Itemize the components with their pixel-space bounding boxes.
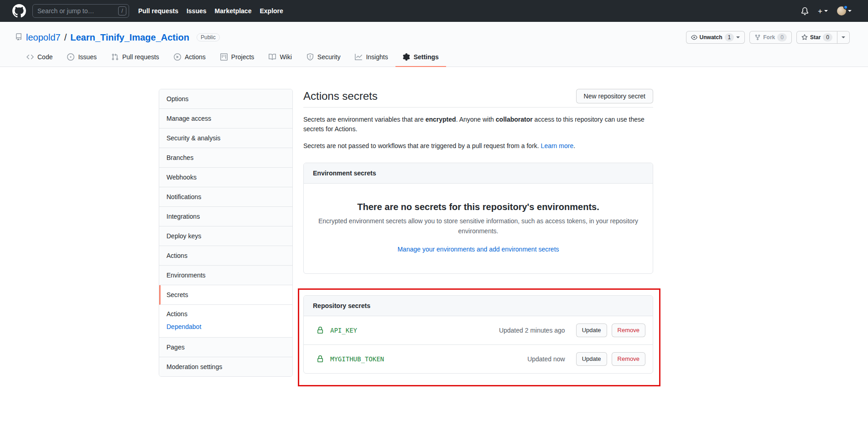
sidebar-item-security-analysis[interactable]: Security & analysis <box>159 128 292 148</box>
subnav-actions[interactable]: Actions <box>166 310 285 318</box>
avatar <box>837 6 846 15</box>
fork-count: 0 <box>777 33 787 41</box>
secret-row: API_KEY Updated 2 minutes ago Update Rem… <box>304 316 653 344</box>
fork-note-period: . <box>573 142 575 149</box>
tab-label: Issues <box>78 53 96 61</box>
settings-layout: Options Manage access Security & analysi… <box>159 89 868 377</box>
repo-name-link[interactable]: Learn_Tinify_Image_Action <box>70 32 189 43</box>
sidebar-item-deploy-keys[interactable]: Deploy keys <box>159 226 292 246</box>
fork-label: Fork <box>763 34 775 41</box>
tab-projects[interactable]: Projects <box>213 48 262 67</box>
global-nav: Pull requests Issues Marketplace Explore <box>138 7 283 15</box>
sidebar-item-branches[interactable]: Branches <box>159 148 292 168</box>
secret-name: MYGITHUB_TOKEN <box>330 355 384 363</box>
lock-icon <box>311 327 330 334</box>
update-secret-button[interactable]: Update <box>576 323 607 337</box>
remove-secret-button[interactable]: Remove <box>612 352 645 366</box>
eye-icon <box>691 34 697 41</box>
tab-label: Security <box>317 53 341 61</box>
tab-insights[interactable]: Insights <box>348 48 395 67</box>
secret-updated-timestamp: Updated now <box>527 355 565 363</box>
sidebar-item-secrets[interactable]: Secrets <box>159 285 292 305</box>
learn-more-link[interactable]: Learn more <box>541 142 574 149</box>
plus-icon: + <box>818 7 822 15</box>
slash-shortcut-key: / <box>118 6 126 15</box>
environment-secrets-blankslate: There are no secrets for this repository… <box>304 184 653 273</box>
topbar-right-controls: + <box>801 6 852 15</box>
sidebar-item-actions[interactable]: Actions <box>159 246 292 266</box>
environment-secrets-header: Environment secrets <box>304 163 653 184</box>
tab-label: Code <box>37 53 52 61</box>
secret-name: API_KEY <box>330 327 357 334</box>
breadcrumb-separator: / <box>64 32 67 43</box>
tab-issues[interactable]: Issues <box>60 48 104 67</box>
repo-owner-link[interactable]: leopold7 <box>26 32 61 43</box>
project-icon <box>220 53 228 61</box>
tab-actions[interactable]: Actions <box>166 48 213 67</box>
sidebar-item-integrations[interactable]: Integrations <box>159 207 292 226</box>
blankslate-title: There are no secrets for this repository… <box>317 202 639 212</box>
unwatch-button[interactable]: Unwatch 1 <box>686 31 745 44</box>
secret-row: MYGITHUB_TOKEN Updated now Update Remove <box>304 344 653 373</box>
nav-explore[interactable]: Explore <box>260 7 283 15</box>
notifications-button[interactable] <box>801 7 809 15</box>
tab-security[interactable]: Security <box>299 48 348 67</box>
tab-label: Pull requests <box>122 53 159 61</box>
unwatch-label: Unwatch <box>700 34 722 41</box>
book-icon <box>269 53 276 61</box>
tab-code[interactable]: Code <box>19 48 60 67</box>
tab-label: Insights <box>366 53 388 61</box>
repo-icon <box>15 32 22 43</box>
tab-pull-requests[interactable]: Pull requests <box>104 48 166 67</box>
intro-part2: . Anyone with <box>456 116 496 123</box>
fork-icon <box>754 34 761 41</box>
update-secret-button[interactable]: Update <box>576 352 607 366</box>
status-dot <box>843 5 848 10</box>
subnav-dependabot[interactable]: Dependabot <box>166 323 285 330</box>
user-menu-button[interactable] <box>837 6 852 15</box>
sidebar-item-environments[interactable]: Environments <box>159 266 292 285</box>
sidebar-item-webhooks[interactable]: Webhooks <box>159 168 292 187</box>
settings-main-panel: Actions secrets New repository secret Se… <box>303 89 653 374</box>
create-new-button[interactable]: + <box>818 7 828 15</box>
chevron-down-icon <box>842 36 845 40</box>
secrets-intro-text: Secrets are environment variables that a… <box>303 115 653 134</box>
secret-updated-timestamp: Updated 2 minutes ago <box>499 327 565 334</box>
sidebar-item-manage-access[interactable]: Manage access <box>159 109 292 128</box>
fork-note: Secrets are not passed to workflows that… <box>303 142 541 149</box>
sidebar-item-options[interactable]: Options <box>159 89 292 109</box>
nav-issues[interactable]: Issues <box>187 7 207 15</box>
star-dropdown-button[interactable] <box>837 31 850 44</box>
tab-settings[interactable]: Settings <box>395 48 446 67</box>
search-input[interactable] <box>32 4 129 18</box>
fork-note-text: Secrets are not passed to workflows that… <box>303 141 653 151</box>
graph-icon <box>355 53 362 61</box>
sidebar-item-pages[interactable]: Pages <box>159 338 292 357</box>
repo-header-section: leopold7 / Learn_Tinify_Image_Action Pub… <box>0 22 868 67</box>
fork-button[interactable]: Fork 0 <box>749 31 792 44</box>
repo-tabs: Code Issues Pull requests Actions Projec… <box>0 48 868 67</box>
new-repository-secret-button[interactable]: New repository secret <box>576 89 653 103</box>
repository-secrets-section: Repository secrets API_KEY Updated 2 min… <box>303 295 653 374</box>
star-label: Star <box>810 34 821 41</box>
star-icon <box>801 34 808 41</box>
remove-secret-button[interactable]: Remove <box>612 323 645 337</box>
intro-bold-collaborator: collaborator <box>496 116 533 123</box>
intro-part1: Secrets are environment variables that a… <box>303 116 426 123</box>
play-icon <box>174 53 181 61</box>
star-button[interactable]: Star 0 <box>796 31 837 44</box>
sidebar-item-notifications[interactable]: Notifications <box>159 187 292 207</box>
git-pull-request-icon <box>111 53 119 61</box>
manage-environments-link[interactable]: Manage your environments and add environ… <box>397 246 559 253</box>
nav-marketplace[interactable]: Marketplace <box>215 7 252 15</box>
nav-pull-requests[interactable]: Pull requests <box>138 7 178 15</box>
chevron-down-icon <box>736 36 740 40</box>
chevron-down-icon <box>824 10 828 14</box>
repo-action-buttons: Unwatch 1 Fork 0 Star 0 <box>686 31 850 44</box>
tab-label: Settings <box>414 53 439 61</box>
tab-wiki[interactable]: Wiki <box>261 48 299 67</box>
star-button-group: Star 0 <box>796 31 850 44</box>
sidebar-item-moderation-settings[interactable]: Moderation settings <box>159 357 292 376</box>
github-logo[interactable] <box>12 4 26 18</box>
top-navigation-bar: / Pull requests Issues Marketplace Explo… <box>0 0 868 22</box>
